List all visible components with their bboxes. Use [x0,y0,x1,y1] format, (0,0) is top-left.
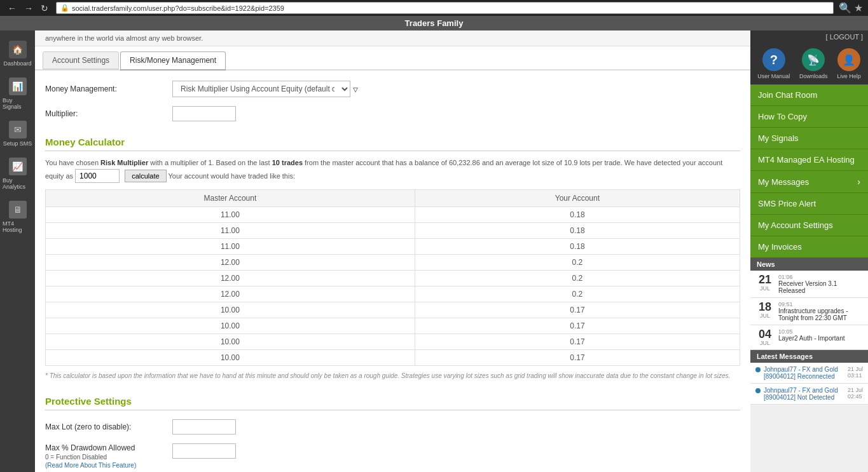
news-date: 18 JUL [755,301,775,321]
live-help-item[interactable]: 👤 Live Help [837,48,861,79]
table-row: 10.000.17 [46,318,740,334]
intro-text: anywhere in the world via almost any web… [35,30,750,46]
dashboard-icon: 🏠 [9,41,27,58]
table-row: 12.000.2 [46,254,740,270]
news-item[interactable]: 04 JUL 10:05 Layer2 Auth - Important [750,325,868,350]
message-item[interactable]: 21 Jul03:11 Johnpaul77 - FX and Gold [89… [750,363,868,384]
message-content: 21 Jul02:45 Johnpaul77 - FX and Gold [89… [764,387,863,401]
url-text: social.tradersfamily.com/user.php?do=sub… [72,4,284,12]
drawdown-label: Max % Drawdown Allowed 0 = Function Disa… [45,443,172,469]
refresh-button[interactable]: ↻ [38,3,51,13]
news-date: 04 JUL [755,328,775,346]
star-icon[interactable]: ★ [854,2,863,14]
news-item[interactable]: 18 JUL 09:51 Infrastructure upgrades - T… [750,298,868,325]
multiplier-input[interactable]: 1 [172,106,236,121]
right-menu: Join Chat RoomHow To CopyMy SignalsMT4 M… [750,84,868,258]
right-menu-item-my-signals[interactable]: My Signals [750,128,868,149]
table-row: 12.000.2 [46,286,740,302]
protective-heading: Protective Settings [45,389,740,410]
back-button[interactable]: ← [5,3,19,13]
message-item[interactable]: 21 Jul02:45 Johnpaul77 - FX and Gold [89… [750,384,868,405]
user-manual-icon: ? [762,48,785,71]
right-menu-item-join-chat-room[interactable]: Join Chat Room [750,84,868,106]
sidebar-item-setup-sms[interactable]: ✉ Setup SMS [0,117,35,151]
sidebar-item-mt4-hosting[interactable]: 🖥 MT4 Hosting [0,197,35,237]
sidebar-item-buy-analytics[interactable]: 📈 Buy Analytics [0,154,35,194]
lock-icon: 🔒 [60,4,69,12]
tabs-bar: Account Settings Risk/Money Management [35,46,750,71]
calculate-button[interactable]: calculate [125,170,166,182]
news-content: 09:51 Infrastructure upgrades - Tonight … [778,301,863,321]
forward-button[interactable]: → [22,3,36,13]
sidebar-item-dashboard[interactable]: 🏠 Dashboard [0,37,35,71]
table-row: 12.000.2 [46,270,740,286]
right-menu-item-my-invoices[interactable]: My Invoices [750,236,868,258]
analytics-icon: 📈 [9,158,27,175]
right-sidebar: [ LOGOUT ] ? User Manual 📡 Downloads 👤 L… [750,30,868,472]
news-item[interactable]: 21 JUL 01:06 Receiver Version 3.1 Releas… [750,271,868,298]
user-manual-item[interactable]: ? User Manual [757,48,790,79]
max-lot-input[interactable]: 1.00 [172,419,236,435]
max-lot-label: Max Lot (zero to disable): [45,422,172,431]
protect-divider [45,410,740,410]
multiplier-label: Multiplier: [45,109,172,118]
downloads-item[interactable]: 📡 Downloads [799,48,828,79]
news-content: 10:05 Layer2 Auth - Important [778,328,863,346]
trades-table: Master Account Your Account 11.000.1811.… [45,189,740,366]
messages-list: 21 Jul03:11 Johnpaul77 - FX and Gold [89… [750,363,868,405]
right-menu-item-my-account-settings[interactable]: My Account Settings [750,215,868,236]
sms-icon: ✉ [9,121,27,138]
table-row: 10.000.17 [46,334,740,349]
money-management-row: Money Management: Risk Multiplier Using … [45,81,740,97]
downloads-icon: 📡 [802,48,825,71]
dropdown-arrow-icon[interactable]: ▿ [353,83,358,95]
message-dot-icon [755,388,761,393]
message-content: 21 Jul03:11 Johnpaul77 - FX and Gold [89… [764,366,863,380]
signals-icon: 📊 [9,78,27,95]
messages-header: Latest Messages [750,350,868,363]
drawdown-read-more-link[interactable]: (Read More About This Feature) [45,462,136,469]
search-icon[interactable]: 🔍 [839,2,851,14]
table-row: 10.000.17 [46,349,740,365]
chevron-right-icon: › [857,177,860,187]
table-note: * This calculator is based upon the info… [45,372,740,379]
logout-bar: [ LOGOUT ] [750,30,868,43]
sidebar-item-buy-signals[interactable]: 📊 Buy Signals [0,74,35,114]
table-row: 11.000.18 [46,222,740,238]
content-area: anywhere in the world via almost any web… [35,30,750,472]
right-menu-item-how-to-copy[interactable]: How To Copy [750,106,868,128]
calc-description: You have chosen Risk Multiplier with a m… [45,158,740,183]
message-dot-icon [755,367,761,372]
right-menu-item-sms-price-alert[interactable]: SMS Price Alert [750,193,868,215]
max-lot-row: Max Lot (zero to disable): 1.00 [45,419,740,435]
hosting-icon: 🖥 [9,201,27,219]
col-master: Master Account [46,189,415,206]
form-section: Money Management: Risk Multiplier Using … [35,71,750,472]
calculator-heading: Money Calculator [45,130,740,151]
table-row: 11.000.18 [46,206,740,222]
news-content: 01:06 Receiver Version 3.1 Released [778,274,863,294]
tab-account-settings[interactable]: Account Settings [43,51,119,69]
news-date: 21 JUL [755,274,775,294]
tab-risk-money[interactable]: Risk/Money Management [120,51,226,71]
money-management-label: Money Management: [45,84,172,93]
browser-topbar: ← → ↻ 🔒 social.tradersfamily.com/user.ph… [0,0,868,16]
logout-button[interactable]: [ LOGOUT ] [826,33,863,41]
calc-divider [45,151,740,151]
table-row: 10.000.17 [46,302,740,318]
live-help-icon: 👤 [837,48,860,71]
multiplier-row: Multiplier: 1 [45,106,740,121]
url-bar[interactable]: 🔒 social.tradersfamily.com/user.php?do=s… [56,2,834,14]
table-row: 11.000.18 [46,238,740,254]
news-list: 21 JUL 01:06 Receiver Version 3.1 Releas… [750,271,868,350]
right-menu-item-mt4-managed-ea-hosting[interactable]: MT4 Managed EA Hosting [750,149,868,171]
browser-title: Traders Family [0,16,868,30]
right-icon-bar: ? User Manual 📡 Downloads 👤 Live Help [750,43,868,84]
equity-input[interactable] [75,169,120,183]
drawdown-row: Max % Drawdown Allowed 0 = Function Disa… [45,443,740,469]
money-management-select[interactable]: Risk Multiplier Using Account Equity (de… [172,81,350,97]
col-your: Your Account [415,189,740,206]
drawdown-input[interactable]: 0 [172,443,236,459]
news-header: News [750,258,868,271]
right-menu-item-my-messages[interactable]: My Messages› [750,171,868,193]
